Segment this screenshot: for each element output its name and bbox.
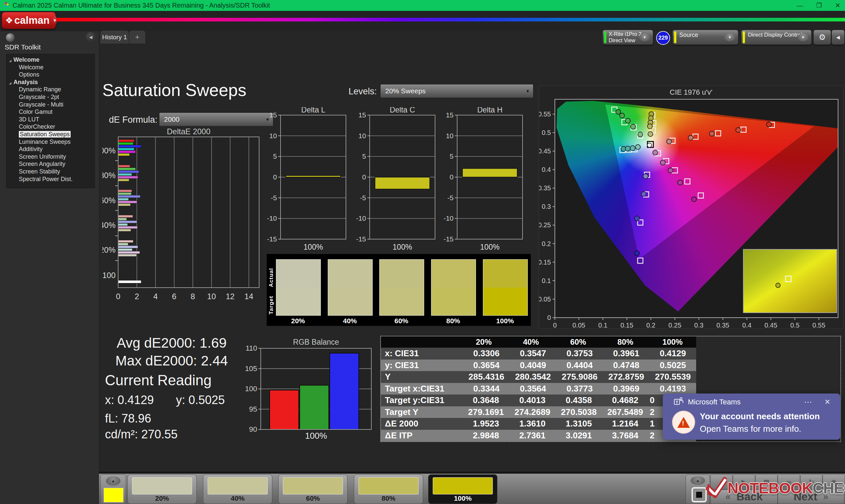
table-row: x: CIE310.33060.35470.37530.39610.4129 <box>381 348 696 360</box>
sidebar-item-label: Screen Angularity <box>19 161 65 167</box>
svg-text:0.35: 0.35 <box>539 184 551 192</box>
transport-icon-button-5[interactable]: ◉ <box>823 474 845 489</box>
meter-dropdown-arrow-icon[interactable]: ▼ <box>639 33 650 41</box>
cell--E-2000-20%: 1.9523 <box>463 418 509 430</box>
sidebar-item-analysis[interactable]: ◢Analysis <box>6 78 95 86</box>
transport-icon-button-0[interactable]: ● <box>710 474 733 489</box>
svg-text:0.45: 0.45 <box>539 147 551 155</box>
cell-y-CIE31-20%: 0.3654 <box>463 360 510 372</box>
cell-Y-60%: 275.9086 <box>556 371 603 383</box>
patch-popup-button[interactable]: ▲ <box>106 476 121 486</box>
svg-text:14: 14 <box>245 292 253 301</box>
table-row: Target Y279.1691274.2689270.5038267.5489… <box>381 407 696 418</box>
close-icon[interactable]: ✕ <box>825 398 830 407</box>
sidebar-collapse-button[interactable]: ◀ <box>86 32 96 42</box>
sidebar-orb-button[interactable] <box>6 33 15 42</box>
svg-text:0: 0 <box>553 322 557 328</box>
svg-text:100%: 100% <box>102 146 116 155</box>
rainbow-gradient-bar <box>57 18 845 21</box>
tree-expand-icon[interactable]: ◢ <box>9 59 12 62</box>
swatch-actual-100% <box>483 259 527 288</box>
expand-button[interactable]: ▲ <box>690 476 705 485</box>
transport-icon-button-1[interactable]: ▶ <box>733 474 755 489</box>
sidebar-item-screen-angularity[interactable]: Screen Angularity <box>6 160 95 168</box>
sidebar-item-welcome[interactable]: ◢Welcome <box>6 56 95 64</box>
sidebar-item-screen-uniformity[interactable]: Screen Uniformity <box>6 153 95 161</box>
close-button[interactable]: ✕ <box>835 2 840 9</box>
direct-display-control-dropdown[interactable]: Direct Display Control ▼ <box>741 30 812 45</box>
transport-icon-button-3[interactable]: ∞ <box>778 474 800 489</box>
tree-expand-icon[interactable]: ◢ <box>9 81 12 85</box>
sidebar-item-label: Additivity <box>19 146 42 152</box>
svg-text:0: 0 <box>450 173 454 181</box>
levels-label: Levels: <box>349 86 377 97</box>
svg-text:100%: 100% <box>393 243 412 251</box>
svg-text:15: 15 <box>358 111 366 119</box>
svg-text:0.5: 0.5 <box>542 129 551 136</box>
teams-logo-icon: T <box>673 396 683 408</box>
cell-Target-x-CIE31-20%: 0.3344 <box>463 383 510 395</box>
actual-target-swatch-panel: ActualTarget20%40%60%80%100% <box>267 254 531 326</box>
svg-text:0.2: 0.2 <box>646 322 655 328</box>
cell-Y-40%: 280.3542 <box>510 371 556 383</box>
more-options-icon[interactable]: ⋯ <box>804 397 812 407</box>
transport-icon-button-4[interactable]: ↻ <box>800 474 823 489</box>
patch-button-80%[interactable]: 80% <box>354 474 423 504</box>
svg-text:0.55: 0.55 <box>539 110 551 118</box>
sidebar-item-dynamic-range[interactable]: Dynamic Range <box>6 86 95 93</box>
source-dropdown[interactable]: Source ▼ <box>672 30 738 45</box>
levels-select[interactable]: 20% Sweeps ▼ <box>380 84 533 98</box>
sidebar-item-saturation-sweeps[interactable]: Saturation Sweeps <box>6 131 95 138</box>
cell-Target-Y-40%: 274.2689 <box>509 407 556 418</box>
target-square <box>741 127 746 132</box>
logo-row: ❖ calman ▼ <box>0 11 845 31</box>
current-measurement-dot <box>647 143 652 147</box>
next-button[interactable]: Next » <box>778 489 844 504</box>
meter-dropdown[interactable]: X-Rite i1Pro 2 Direct View ▼ <box>602 30 653 45</box>
swatch-target-100% <box>483 288 527 316</box>
svg-text:-10: -10 <box>267 214 277 222</box>
back-button[interactable]: « Back <box>710 489 778 504</box>
sidebar-item-3d-lut[interactable]: 3D LUT <box>6 116 95 123</box>
de-formula-select[interactable]: 2000 ▼ <box>159 112 273 126</box>
sidebar-item-color-gamut[interactable]: Color Gamut <box>6 108 95 116</box>
patch-button-40%[interactable]: 40% <box>203 474 272 504</box>
cell-Target-y-CIE31-60%: 0.4358 <box>556 395 602 407</box>
panel-collapse-button[interactable]: ◀ <box>831 30 845 45</box>
sidebar-item-luminance-sweeps[interactable]: Luminance Sweeps <box>6 138 95 146</box>
meter-count-badge: 229 <box>656 31 670 45</box>
patch-button-60%[interactable]: 60% <box>278 474 348 504</box>
teams-alert-message[interactable]: Open Teams for more info. <box>700 424 801 434</box>
source-dropdown-arrow-icon[interactable]: ▼ <box>724 33 735 41</box>
svg-text:100: 100 <box>245 384 257 393</box>
sidebar-item-grayscale-2pt[interactable]: Grayscale - 2pt <box>6 93 95 101</box>
warning-icon <box>672 411 695 434</box>
tab-history-1[interactable]: History 1 <box>100 30 129 43</box>
sidebar-item-grayscale-multi[interactable]: Grayscale - Multi <box>6 101 95 109</box>
minimize-button[interactable]: — <box>797 2 803 9</box>
measurement-dot <box>619 113 624 118</box>
stop-button[interactable] <box>691 487 707 502</box>
ddc-dropdown-arrow-icon[interactable]: ▼ <box>797 33 809 41</box>
sidebar-item-options[interactable]: Options <box>6 71 95 78</box>
patch-button-100%[interactable]: 100% <box>428 474 497 504</box>
sidebar-item-label: 3D LUT <box>19 116 39 123</box>
sidebar-title: SDR Toolkit <box>5 43 40 51</box>
calman-dropdown-icon[interactable]: ▼ <box>53 16 57 25</box>
measurement-dot <box>641 192 646 197</box>
sidebar-item-spectral-power-dist-[interactable]: Spectral Power Dist. <box>6 176 95 183</box>
add-tab-button[interactable]: + <box>129 30 145 43</box>
patch-button-20%[interactable]: 20% <box>127 474 197 504</box>
page-title: Saturation Sweeps <box>102 80 247 100</box>
sidebar-item-additivity[interactable]: Additivity <box>6 145 95 153</box>
settings-button[interactable]: ⚙ <box>813 30 831 45</box>
cell-Target-x-CIE31-80%: 0.3969 <box>603 383 650 395</box>
calman-menu-button[interactable]: ❖ calman ▼ <box>2 12 56 29</box>
maximize-button[interactable]: ❐ <box>816 2 822 9</box>
sidebar-item-colorchecker[interactable]: ColorChecker <box>6 123 95 131</box>
patch-label-60%: 60% <box>279 494 347 502</box>
sidebar-item-welcome[interactable]: Welcome <box>6 64 95 71</box>
cell-Target-Y-60%: 270.5038 <box>556 407 602 418</box>
sidebar-item-screen-stability[interactable]: Screen Stability <box>6 168 95 176</box>
transport-icon-button-2[interactable]: ▦ <box>755 474 778 489</box>
